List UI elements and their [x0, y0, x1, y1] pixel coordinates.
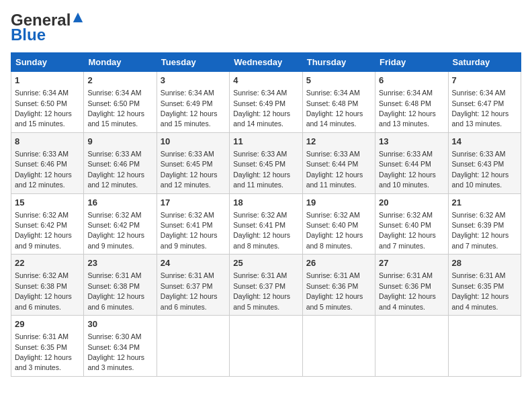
day-number: 20 [379, 197, 444, 209]
calendar-cell: 1 Sunrise: 6:34 AMSunset: 6:50 PMDayligh… [11, 72, 84, 133]
calendar-cell: 15 Sunrise: 6:32 AMSunset: 6:42 PMDaylig… [11, 193, 84, 255]
day-info: Sunrise: 6:33 AMSunset: 6:44 PMDaylight:… [306, 150, 363, 189]
calendar-cell: 21 Sunrise: 6:32 AMSunset: 6:39 PMDaylig… [448, 193, 521, 255]
day-info: Sunrise: 6:31 AMSunset: 6:37 PMDaylight:… [161, 271, 218, 310]
logo-blue: Blue [11, 26, 46, 44]
calendar-cell: 5 Sunrise: 6:34 AMSunset: 6:48 PMDayligh… [302, 72, 375, 133]
day-number: 8 [15, 136, 80, 148]
day-info: Sunrise: 6:34 AMSunset: 6:50 PMDaylight:… [15, 89, 72, 128]
calendar-cell: 3 Sunrise: 6:34 AMSunset: 6:49 PMDayligh… [157, 72, 229, 133]
day-info: Sunrise: 6:32 AMSunset: 6:41 PMDaylight:… [161, 211, 218, 250]
weekday-thursday: Thursday [302, 53, 375, 72]
calendar-table: SundayMondayTuesdayWednesdayThursdayFrid… [11, 52, 521, 377]
weekday-wednesday: Wednesday [230, 53, 302, 72]
calendar-cell [448, 316, 521, 377]
calendar-cell: 4 Sunrise: 6:34 AMSunset: 6:49 PMDayligh… [230, 72, 302, 133]
calendar-cell: 12 Sunrise: 6:33 AMSunset: 6:44 PMDaylig… [302, 132, 375, 193]
day-info: Sunrise: 6:31 AMSunset: 6:35 PMDaylight:… [15, 332, 72, 371]
calendar-cell [230, 316, 302, 377]
calendar-cell: 29 Sunrise: 6:31 AMSunset: 6:35 PMDaylig… [11, 316, 84, 377]
day-info: Sunrise: 6:34 AMSunset: 6:50 PMDaylight:… [87, 89, 144, 128]
day-number: 6 [379, 75, 444, 87]
day-number: 16 [87, 197, 152, 209]
day-number: 25 [233, 257, 298, 269]
calendar-cell [157, 316, 229, 377]
calendar-week-2: 15 Sunrise: 6:32 AMSunset: 6:42 PMDaylig… [11, 193, 521, 255]
day-info: Sunrise: 6:32 AMSunset: 6:38 PMDaylight:… [15, 271, 72, 310]
day-number: 3 [161, 75, 226, 87]
day-info: Sunrise: 6:31 AMSunset: 6:37 PMDaylight:… [233, 271, 290, 310]
day-number: 24 [161, 257, 226, 269]
day-number: 22 [15, 257, 80, 269]
day-info: Sunrise: 6:32 AMSunset: 6:39 PMDaylight:… [452, 211, 509, 250]
day-number: 2 [87, 75, 152, 87]
calendar-week-4: 29 Sunrise: 6:31 AMSunset: 6:35 PMDaylig… [11, 316, 521, 377]
calendar-week-3: 22 Sunrise: 6:32 AMSunset: 6:38 PMDaylig… [11, 255, 521, 316]
day-number: 18 [233, 197, 298, 209]
day-number: 27 [379, 257, 444, 269]
day-number: 9 [87, 136, 152, 148]
day-info: Sunrise: 6:32 AMSunset: 6:41 PMDaylight:… [233, 211, 290, 250]
svg-marker-0 [73, 13, 83, 22]
day-number: 7 [452, 75, 517, 87]
calendar-cell: 9 Sunrise: 6:33 AMSunset: 6:46 PMDayligh… [84, 132, 157, 193]
day-info: Sunrise: 6:31 AMSunset: 6:35 PMDaylight:… [452, 271, 509, 310]
calendar-cell: 18 Sunrise: 6:32 AMSunset: 6:41 PMDaylig… [230, 193, 302, 255]
day-number: 4 [233, 75, 298, 87]
weekday-header-row: SundayMondayTuesdayWednesdayThursdayFrid… [11, 53, 521, 72]
calendar-cell: 20 Sunrise: 6:32 AMSunset: 6:40 PMDaylig… [375, 193, 448, 255]
day-info: Sunrise: 6:34 AMSunset: 6:48 PMDaylight:… [379, 89, 436, 128]
calendar-cell: 24 Sunrise: 6:31 AMSunset: 6:37 PMDaylig… [157, 255, 229, 316]
day-number: 29 [15, 318, 80, 330]
calendar-week-1: 8 Sunrise: 6:33 AMSunset: 6:46 PMDayligh… [11, 132, 521, 193]
day-number: 11 [233, 136, 298, 148]
day-number: 10 [161, 136, 226, 148]
calendar-cell: 6 Sunrise: 6:34 AMSunset: 6:48 PMDayligh… [375, 72, 448, 133]
calendar-cell: 14 Sunrise: 6:33 AMSunset: 6:43 PMDaylig… [448, 132, 521, 193]
calendar-body: 1 Sunrise: 6:34 AMSunset: 6:50 PMDayligh… [11, 72, 521, 377]
calendar-cell: 8 Sunrise: 6:33 AMSunset: 6:46 PMDayligh… [11, 132, 84, 193]
day-number: 1 [15, 75, 80, 87]
day-info: Sunrise: 6:34 AMSunset: 6:49 PMDaylight:… [161, 89, 218, 128]
weekday-tuesday: Tuesday [157, 53, 229, 72]
day-info: Sunrise: 6:31 AMSunset: 6:36 PMDaylight:… [379, 271, 436, 310]
day-number: 28 [452, 257, 517, 269]
day-info: Sunrise: 6:31 AMSunset: 6:36 PMDaylight:… [306, 271, 363, 310]
day-info: Sunrise: 6:32 AMSunset: 6:42 PMDaylight:… [15, 211, 72, 250]
day-info: Sunrise: 6:32 AMSunset: 6:40 PMDaylight:… [379, 211, 436, 250]
day-info: Sunrise: 6:34 AMSunset: 6:47 PMDaylight:… [452, 89, 509, 128]
day-number: 30 [87, 318, 152, 330]
day-info: Sunrise: 6:33 AMSunset: 6:46 PMDaylight:… [87, 150, 144, 189]
day-info: Sunrise: 6:33 AMSunset: 6:46 PMDaylight:… [15, 150, 72, 189]
calendar-cell: 11 Sunrise: 6:33 AMSunset: 6:45 PMDaylig… [230, 132, 302, 193]
weekday-saturday: Saturday [448, 53, 521, 72]
page-header: General Blue [11, 11, 521, 44]
day-number: 17 [161, 197, 226, 209]
day-number: 21 [452, 197, 517, 209]
weekday-sunday: Sunday [11, 53, 84, 72]
logo: General Blue [11, 11, 84, 44]
calendar-cell: 25 Sunrise: 6:31 AMSunset: 6:37 PMDaylig… [230, 255, 302, 316]
calendar-cell: 10 Sunrise: 6:33 AMSunset: 6:45 PMDaylig… [157, 132, 229, 193]
day-number: 15 [15, 197, 80, 209]
calendar-cell: 2 Sunrise: 6:34 AMSunset: 6:50 PMDayligh… [84, 72, 157, 133]
day-number: 23 [87, 257, 152, 269]
calendar-cell: 13 Sunrise: 6:33 AMSunset: 6:44 PMDaylig… [375, 132, 448, 193]
calendar-cell: 19 Sunrise: 6:32 AMSunset: 6:40 PMDaylig… [302, 193, 375, 255]
calendar-cell [375, 316, 448, 377]
day-number: 13 [379, 136, 444, 148]
day-info: Sunrise: 6:31 AMSunset: 6:38 PMDaylight:… [87, 271, 144, 310]
calendar-cell: 26 Sunrise: 6:31 AMSunset: 6:36 PMDaylig… [302, 255, 375, 316]
day-number: 5 [306, 75, 371, 87]
day-info: Sunrise: 6:33 AMSunset: 6:43 PMDaylight:… [452, 150, 509, 189]
day-info: Sunrise: 6:33 AMSunset: 6:45 PMDaylight:… [233, 150, 290, 189]
weekday-friday: Friday [375, 53, 448, 72]
day-number: 14 [452, 136, 517, 148]
calendar-cell: 22 Sunrise: 6:32 AMSunset: 6:38 PMDaylig… [11, 255, 84, 316]
day-info: Sunrise: 6:30 AMSunset: 6:34 PMDaylight:… [87, 332, 144, 371]
day-number: 26 [306, 257, 371, 269]
calendar-cell [302, 316, 375, 377]
calendar-cell: 30 Sunrise: 6:30 AMSunset: 6:34 PMDaylig… [84, 316, 157, 377]
day-info: Sunrise: 6:33 AMSunset: 6:45 PMDaylight:… [161, 150, 218, 189]
calendar-cell: 17 Sunrise: 6:32 AMSunset: 6:41 PMDaylig… [157, 193, 229, 255]
